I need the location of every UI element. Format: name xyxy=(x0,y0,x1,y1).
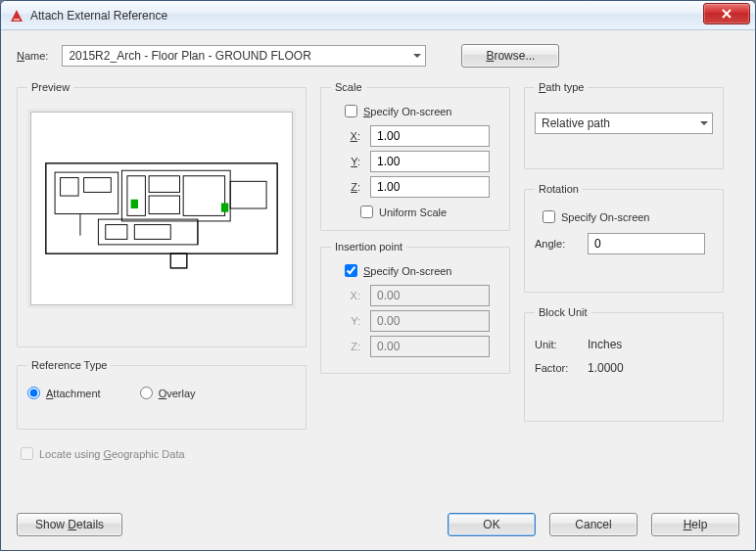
ok-button[interactable]: OK xyxy=(448,513,536,536)
scale-specify-row[interactable]: Specify On-screen xyxy=(345,105,499,117)
reference-type-legend: Reference Type xyxy=(27,359,111,371)
help-button[interactable]: Help xyxy=(651,513,739,536)
insertion-specify-row[interactable]: Specify On-screen xyxy=(345,264,499,277)
column-right: Path type Relative path Rotation Specify… xyxy=(524,81,724,460)
scale-group: Scale Specify On-screen X: Y: Z: xyxy=(320,81,510,231)
svg-rect-15 xyxy=(221,203,228,211)
column-left: Preview xyxy=(17,81,307,460)
attachment-radio-row[interactable]: Attachment xyxy=(27,387,101,399)
app-icon xyxy=(9,8,24,23)
rotation-angle-input[interactable] xyxy=(588,233,705,254)
uniform-scale-label: Uniform Scale xyxy=(379,207,447,218)
block-unit-value: Inches xyxy=(588,338,622,351)
scale-x-input[interactable] xyxy=(370,125,490,147)
block-unit-unit-row: Unit: Inches xyxy=(535,338,713,351)
main-columns: Preview xyxy=(17,81,739,460)
block-unit-group: Block Unit Unit: Inches Factor: 1.0000 xyxy=(524,306,724,422)
insertion-group: Insertion point Specify On-screen X: Y: xyxy=(320,241,510,374)
dialog-attach-external-reference: Attach External Reference Name: 2015R2_A… xyxy=(0,0,756,551)
rotation-angle-label: Angle: xyxy=(535,238,578,250)
path-type-value: Relative path xyxy=(542,116,610,130)
scale-legend: Scale xyxy=(331,81,366,93)
locate-geographic-checkbox xyxy=(21,447,33,460)
rotation-group: Rotation Specify On-screen Angle: xyxy=(524,183,724,293)
block-factor-value: 1.0000 xyxy=(588,361,624,375)
rotation-specify-checkbox[interactable] xyxy=(543,210,555,223)
uniform-scale-row[interactable]: Uniform Scale xyxy=(360,206,499,218)
rotation-angle-row: Angle: xyxy=(535,233,713,254)
name-select-value: 2015R2_Arch - Floor Plan - GROUND FLOOR xyxy=(69,49,310,63)
column-middle: Scale Specify On-screen X: Y: Z: xyxy=(320,81,510,460)
block-factor-label: Factor: xyxy=(535,362,578,374)
attachment-radio[interactable] xyxy=(27,387,40,399)
svg-rect-13 xyxy=(170,253,187,268)
rotation-specify-label: Specify On-screen xyxy=(561,211,649,223)
scale-y-row: Y: xyxy=(347,151,499,172)
browse-button[interactable]: Browse... xyxy=(461,44,559,68)
cancel-button[interactable]: Cancel xyxy=(549,513,638,536)
button-row: Show Details OK Cancel Help xyxy=(17,513,739,536)
path-type-select[interactable]: Relative path xyxy=(535,113,713,134)
close-button[interactable] xyxy=(703,3,750,24)
show-details-button[interactable]: Show Details xyxy=(17,513,122,536)
path-type-group: Path type Relative path xyxy=(524,81,724,169)
insertion-z-input xyxy=(370,336,490,357)
scale-specify-checkbox[interactable] xyxy=(345,105,357,117)
preview-legend: Preview xyxy=(27,81,73,93)
insertion-specify-checkbox[interactable] xyxy=(345,264,357,277)
locate-geographic-label: Locate using Geographic Data xyxy=(39,448,185,460)
path-type-legend: Path type xyxy=(535,81,588,93)
locate-geographic-row: Locate using Geographic Data xyxy=(17,447,307,460)
overlay-radio[interactable] xyxy=(140,387,153,399)
scale-x-row: X: xyxy=(347,125,499,147)
insertion-legend: Insertion point xyxy=(331,241,406,253)
rotation-legend: Rotation xyxy=(535,183,583,195)
chevron-down-icon xyxy=(700,119,708,127)
scale-z-row: Z: xyxy=(347,176,499,198)
preview-group: Preview xyxy=(17,81,307,347)
overlay-radio-row[interactable]: Overlay xyxy=(140,387,196,399)
svg-rect-16 xyxy=(170,253,187,268)
insertion-y-input xyxy=(370,310,490,332)
dialog-body: Name: 2015R2_Arch - Floor Plan - GROUND … xyxy=(1,30,755,550)
scale-z-input[interactable] xyxy=(370,176,490,198)
svg-rect-14 xyxy=(131,200,138,208)
scale-y-input[interactable] xyxy=(370,151,490,172)
reference-type-group: Reference Type Attachment Overlay xyxy=(17,359,307,430)
window-title: Attach External Reference xyxy=(30,9,703,23)
rotation-specify-row[interactable]: Specify On-screen xyxy=(543,210,713,223)
name-row: Name: 2015R2_Arch - Floor Plan - GROUND … xyxy=(17,44,739,68)
insertion-z-row: Z: xyxy=(347,336,499,357)
block-unit-factor-row: Factor: 1.0000 xyxy=(535,361,713,375)
insertion-y-row: Y: xyxy=(347,310,499,332)
close-icon xyxy=(721,8,732,20)
insertion-x-row: X: xyxy=(347,285,499,306)
titlebar: Attach External Reference xyxy=(1,1,755,30)
chevron-down-icon xyxy=(413,52,421,60)
block-unit-label: Unit: xyxy=(535,339,578,350)
insertion-x-input xyxy=(370,285,490,306)
uniform-scale-checkbox[interactable] xyxy=(360,206,373,218)
preview-image xyxy=(27,109,296,308)
block-unit-legend: Block Unit xyxy=(535,306,591,318)
name-label: Name: xyxy=(17,50,48,62)
name-select[interactable]: 2015R2_Arch - Floor Plan - GROUND FLOOR xyxy=(62,45,426,67)
